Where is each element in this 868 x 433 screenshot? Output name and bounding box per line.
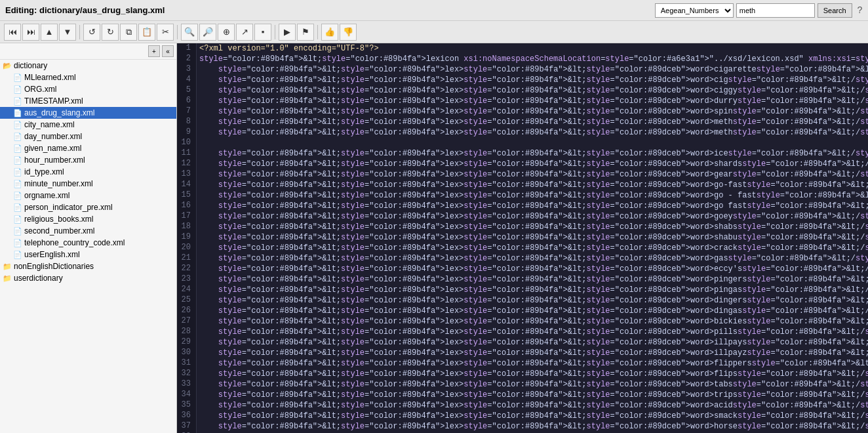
line-number: 16: [177, 201, 197, 211]
line-content: style="color:#89b4fa">&lt;style="color:#…: [197, 54, 868, 64]
sidebar-item-hour_number[interactable]: 📄hour_number.xml: [0, 154, 176, 166]
paste-button[interactable]: 📋: [138, 24, 155, 41]
line-content: style="color:#89b4fa">&lt;style="color:#…: [197, 211, 868, 222]
editor-line: 26 style="color:#89b4fa">&lt;style="colo…: [177, 306, 868, 316]
line-number: 33: [177, 379, 197, 390]
line-number: 6: [177, 96, 197, 106]
line-number: 4: [177, 75, 197, 85]
line-content: style="color:#89b4fa">&lt;style="color:#…: [197, 348, 868, 358]
go-to-start-button[interactable]: ⏮: [4, 24, 21, 41]
line-content: style="color:#89b4fa">&lt;style="color:#…: [197, 337, 868, 348]
line-number: 26: [177, 306, 197, 316]
sidebar-item-userdictionary[interactable]: 📁userdictionary: [0, 272, 176, 284]
zoom-out-button[interactable]: 🔎: [199, 24, 216, 41]
tree-label: nonEnglishDictionaries: [14, 262, 94, 271]
file-icon: 📄: [13, 156, 22, 165]
sidebar-item-id_type[interactable]: 📄id_type.xml: [0, 166, 176, 178]
sidebar-add-button[interactable]: +: [148, 45, 160, 57]
sidebar-item-orgname[interactable]: 📄orgname.xml: [0, 190, 176, 201]
go-down-button[interactable]: ▼: [59, 24, 76, 41]
toolbar-separator-1: [79, 25, 80, 39]
tree-label: city_name.xml: [24, 120, 75, 129]
editor-line: 2style="color:#89b4fa">&lt;style="color:…: [177, 54, 868, 64]
zoom-in-button[interactable]: 🔍: [181, 24, 198, 41]
go-up-button[interactable]: ▲: [41, 24, 58, 41]
sidebar-item-userEnglish[interactable]: 📄userEnglish.xml: [0, 249, 176, 260]
sidebar-item-aus_drug_slang[interactable]: 📄aus_drug_slang.xml: [0, 107, 176, 119]
editor-line: 19 style="color:#89b4fa">&lt;style="colo…: [177, 232, 868, 243]
sidebar-collapse-button[interactable]: «: [162, 45, 174, 57]
sidebar-item-MLlearned[interactable]: 📄MLlearned.xml: [0, 72, 176, 83]
file-icon: 📄: [13, 192, 22, 200]
file-icon: 📄: [13, 85, 22, 94]
line-number: 27: [177, 316, 197, 327]
sidebar-header: + «: [0, 43, 176, 60]
tree-label: second_number.xml: [24, 226, 94, 236]
line-content: style="color:#89b4fa">&lt;style="color:#…: [197, 148, 868, 159]
help-icon[interactable]: ?: [858, 5, 863, 16]
export-button[interactable]: ▪: [254, 24, 271, 41]
line-number: 2: [177, 54, 197, 64]
editor-line: 24 style="color:#89b4fa">&lt;style="colo…: [177, 285, 868, 295]
redo-button[interactable]: ↻: [102, 24, 119, 41]
terminal-button[interactable]: ▶: [279, 24, 296, 41]
editor-line: 10: [177, 138, 868, 148]
line-number: 11: [177, 148, 197, 159]
line-content: style="color:#89b4fa">&lt;style="color:#…: [197, 327, 868, 337]
tree-label: hour_number.xml: [24, 155, 85, 165]
main-layout: + « 📂dictionary📄MLlearned.xml📄ORG.xml📄TI…: [0, 43, 868, 433]
editor-panel[interactable]: 1<?xml version="1.0" encoding="UTF-8"?>2…: [177, 43, 868, 433]
editor-line: 22 style="color:#89b4fa">&lt;style="colo…: [177, 264, 868, 274]
search-category-dropdown[interactable]: All Aegean_Numbers: [655, 3, 734, 18]
search-input[interactable]: [736, 3, 815, 18]
editor-line: 27 style="color:#89b4fa">&lt;style="colo…: [177, 316, 868, 327]
sidebar-item-nonEnglishDictionaries[interactable]: 📁nonEnglishDictionaries: [0, 260, 176, 272]
sidebar-item-TIMESTAMP[interactable]: 📄TIMESTAMP.xml: [0, 95, 176, 107]
line-content: style="color:#89b4fa">&lt;style="color:#…: [197, 85, 868, 96]
line-number: 34: [177, 390, 197, 400]
search-button[interactable]: Search: [818, 3, 852, 18]
file-icon: 📄: [13, 180, 22, 188]
sidebar-item-city_name[interactable]: 📄city_name.xml: [0, 119, 176, 131]
sidebar-item-day_number[interactable]: 📄day_number.xml: [0, 131, 176, 142]
tree-label: userdictionary: [14, 274, 63, 283]
flag-button[interactable]: ⚑: [297, 24, 314, 41]
tree-label: id_type.xml: [24, 167, 64, 176]
line-content: style="color:#89b4fa">&lt;style="color:#…: [197, 295, 868, 306]
editor-line: 25 style="color:#89b4fa">&lt;style="colo…: [177, 295, 868, 306]
editor-line: 30 style="color:#89b4fa">&lt;style="colo…: [177, 348, 868, 358]
toolbar-separator-3: [275, 25, 275, 39]
sidebar-item-person_indicator_pre[interactable]: 📄person_indicator_pre.xml: [0, 201, 176, 213]
undo-button[interactable]: ↺: [83, 24, 100, 41]
thumbs-down-button[interactable]: 👎: [340, 24, 357, 41]
zoom-reset-button[interactable]: ⊕: [218, 24, 235, 41]
thumbs-up-button[interactable]: 👍: [321, 24, 338, 41]
cut-button[interactable]: ✂: [157, 24, 174, 41]
line-content: style="color:#89b4fa">&lt;style="color:#…: [197, 243, 868, 253]
line-number: 12: [177, 159, 197, 169]
sidebar-item-religious_books[interactable]: 📄religious_books.xml: [0, 213, 176, 225]
editor-line: 8 style="color:#89b4fa">&lt;style="color…: [177, 117, 868, 127]
line-number: 14: [177, 180, 197, 190]
sidebar-item-dictionary[interactable]: 📂dictionary: [0, 60, 176, 72]
line-content: [197, 138, 868, 148]
editor-line: 32 style="color:#89b4fa">&lt;style="colo…: [177, 369, 868, 379]
line-content: style="color:#89b4fa">&lt;style="color:#…: [197, 264, 868, 274]
sidebar-item-given_name[interactable]: 📄given_name.xml: [0, 142, 176, 154]
toolbar: ⏮ ⏭ ▲ ▼ ↺ ↻ ⧉ 📋 ✂ 🔍 🔎 ⊕ ↗ ▪ ▶ ⚑ 👍 👎: [0, 21, 868, 43]
file-icon: 📄: [13, 168, 22, 176]
copy-button[interactable]: ⧉: [120, 24, 137, 41]
sidebar-item-minute_number[interactable]: 📄minute_number.xml: [0, 178, 176, 190]
line-content: style="color:#89b4fa">&lt;style="color:#…: [197, 274, 868, 285]
line-content: style="color:#89b4fa">&lt;style="color:#…: [197, 358, 868, 369]
file-icon: 📄: [13, 121, 22, 129]
sidebar-item-telephone_country_code[interactable]: 📄telephone_country_code.xml: [0, 237, 176, 249]
editor-line: 28 style="color:#89b4fa">&lt;style="colo…: [177, 327, 868, 337]
sidebar-item-second_number[interactable]: 📄second_number.xml: [0, 225, 176, 237]
line-number: 15: [177, 190, 197, 201]
go-to-end-button[interactable]: ⏭: [22, 24, 39, 41]
share-button[interactable]: ↗: [236, 24, 253, 41]
file-icon: 📄: [13, 97, 22, 106]
line-content: style="color:#89b4fa">&lt;style="color:#…: [197, 117, 868, 127]
sidebar-item-ORG[interactable]: 📄ORG.xml: [0, 83, 176, 95]
